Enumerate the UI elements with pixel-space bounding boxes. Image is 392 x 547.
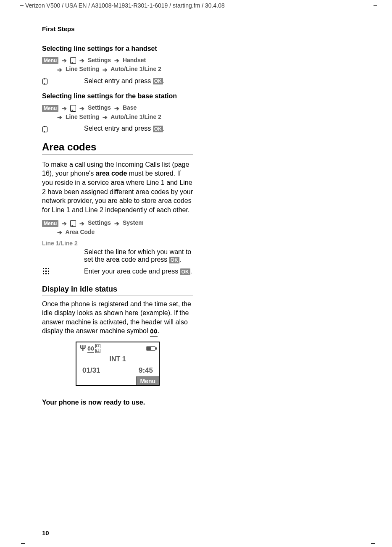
arrow-icon: ➔ xyxy=(62,57,67,64)
nav-down-icon xyxy=(70,105,76,112)
base-heading: Selecting line settings for the base sta… xyxy=(42,92,193,100)
arrow-icon: ➔ xyxy=(114,57,119,64)
doc-header: Verizon V500 / USA EN / A31008-M1931-R30… xyxy=(25,2,375,9)
path-options: Auto/Line 1/Line 2 xyxy=(110,66,161,72)
arrow-icon: ➔ xyxy=(103,66,108,73)
path-settings: Settings xyxy=(88,57,111,63)
idle-para: Once the phone is registered and the tim… xyxy=(42,300,193,337)
heading-rule xyxy=(42,155,193,155)
menu-badge: Menu xyxy=(42,220,58,227)
battery-icon xyxy=(146,346,155,351)
phone-softkey-row: Menu xyxy=(76,376,159,385)
line-label: Line 1/Line 2 xyxy=(42,240,193,247)
menu-badge: Menu xyxy=(42,57,58,64)
phone-datetime: 01/31 9:45 xyxy=(76,366,159,376)
keypad-icon xyxy=(42,268,50,276)
arrow-icon: ➔ xyxy=(57,114,62,121)
path-area-code: Area Code xyxy=(65,229,95,235)
phone-status-row: Ψ ٥٥ L1 L2 xyxy=(76,342,159,355)
line-badges: L1 L2 xyxy=(95,344,100,353)
updown-icon: ▴ ▾ xyxy=(42,125,48,133)
path-settings: Settings xyxy=(88,219,111,226)
para-bold: area code xyxy=(96,170,127,177)
base-instruction: ▴ ▾ Select entry and press OK. xyxy=(42,125,193,133)
keypad-instruction: Enter your area code and press OK. xyxy=(42,268,193,276)
ok-badge: OK xyxy=(180,268,190,275)
arrow-icon: ➔ xyxy=(114,105,119,112)
area-path-1: Menu ➔ ➔ Settings ➔ System xyxy=(42,219,193,226)
phone-display: Ψ ٥٥ L1 L2 INT 1 01/31 9:45 Menu xyxy=(76,342,160,386)
section-label: First Steps xyxy=(42,25,193,32)
arrow-icon: ➔ xyxy=(62,105,67,112)
handset-heading: Selecting line settings for a handset xyxy=(42,45,193,53)
instruction-text: Enter your area code and press xyxy=(84,268,180,275)
arrow-icon: ➔ xyxy=(79,220,84,227)
phone-time: 9:45 xyxy=(139,366,153,375)
crop-mark xyxy=(21,543,25,544)
path-target: System xyxy=(123,219,144,226)
arrow-icon: ➔ xyxy=(57,66,62,73)
line1-badge: L1 xyxy=(95,344,100,348)
crop-mark xyxy=(371,543,375,544)
arrow-icon: ➔ xyxy=(103,114,108,121)
path-settings: Settings xyxy=(88,104,111,111)
arrow-icon: ➔ xyxy=(62,220,67,227)
phone-date: 01/31 xyxy=(82,366,100,375)
area-codes-para: To make a call using the Incoming Calls … xyxy=(42,160,193,215)
path-line-setting: Line Setting xyxy=(66,113,99,120)
arrow-icon: ➔ xyxy=(57,229,62,236)
handset-path-2: ➔ Line Setting ➔ Auto/Line 1/Line 2 xyxy=(42,66,193,73)
ok-badge: OK xyxy=(153,126,163,132)
menu-badge: Menu xyxy=(42,105,58,112)
base-path-1: Menu ➔ ➔ Settings ➔ Base xyxy=(42,104,193,111)
path-line-setting: Line Setting xyxy=(66,66,99,72)
nav-down-icon xyxy=(70,57,76,64)
arrow-icon: ➔ xyxy=(79,105,84,112)
instruction-text: Select entry and press xyxy=(84,77,153,84)
answer-machine-icon: ٥٥ xyxy=(87,345,94,353)
ok-badge: OK xyxy=(169,257,179,263)
phone-menu-button: Menu xyxy=(136,376,159,385)
handset-instruction: ▴ ▾ Select entry and press OK. xyxy=(42,77,193,85)
instruction-text: Select entry and press xyxy=(84,125,153,132)
signal-icon: Ψ xyxy=(80,344,86,353)
updown-icon: ▴ ▾ xyxy=(42,77,48,85)
page-number: 10 xyxy=(42,529,49,536)
ready-text: Your phone is now ready to use. xyxy=(42,399,193,406)
page-content: First Steps Selecting line settings for … xyxy=(42,25,193,406)
handset-path-1: Menu ➔ ➔ Settings ➔ Handset xyxy=(42,57,193,64)
sub-rule xyxy=(42,295,193,295)
base-path-2: ➔ Line Setting ➔ Auto/Line 1/Line 2 xyxy=(42,113,193,121)
line2-badge: L2 xyxy=(95,349,100,353)
answer-machine-icon: ٥٥ xyxy=(150,326,158,337)
ok-badge: OK xyxy=(153,78,163,84)
para-text: Once the phone is registered and the tim… xyxy=(42,300,191,335)
arrow-icon: ➔ xyxy=(79,57,84,64)
area-codes-heading: Area codes xyxy=(42,141,193,153)
path-target: Base xyxy=(123,104,137,111)
phone-int-label: INT 1 xyxy=(76,355,159,366)
arrow-icon: ➔ xyxy=(114,220,119,227)
path-target: Handset xyxy=(123,57,146,63)
path-options: Auto/Line 1/Line 2 xyxy=(110,113,161,120)
area-path-2: ➔ Area Code xyxy=(42,229,193,236)
idle-heading: Display in idle status xyxy=(42,285,193,294)
nav-down-icon xyxy=(70,220,76,227)
doc-path: Verizon V500 / USA EN / A31008-M1931-R30… xyxy=(25,2,225,9)
line-instruction: Select the line for which you want to se… xyxy=(42,248,193,263)
